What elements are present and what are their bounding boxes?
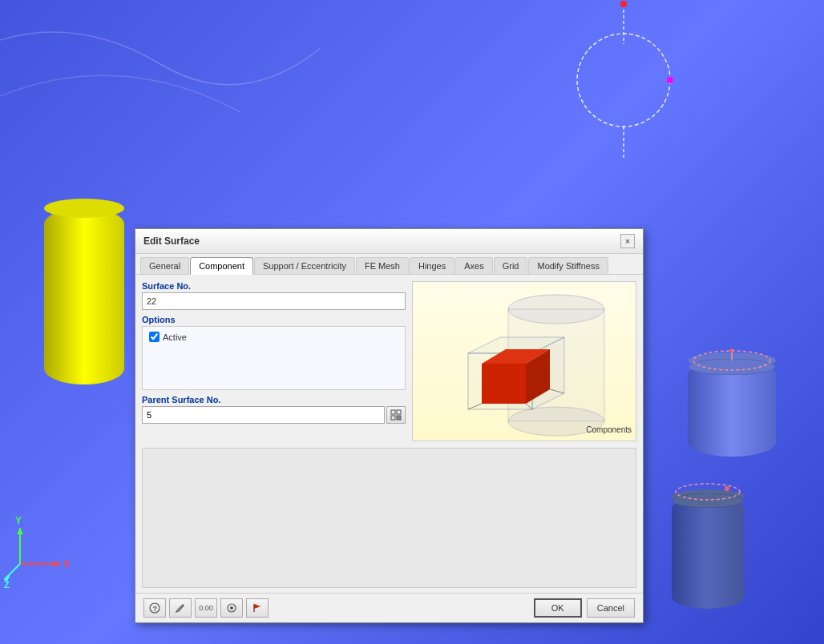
close-button[interactable]: × xyxy=(620,234,635,248)
parent-surface-input-group xyxy=(142,406,406,424)
cancel-button[interactable]: Cancel xyxy=(587,598,635,618)
tab-bar: General Component Support / Eccentricity… xyxy=(135,254,643,275)
active-checkbox-row: Active xyxy=(149,332,398,342)
components-label: Components xyxy=(586,425,632,434)
edit-icon xyxy=(175,602,186,614)
dialog-title: Edit Surface xyxy=(143,235,200,247)
title-bar[interactable]: Edit Surface × xyxy=(135,229,643,254)
tab-fe-mesh[interactable]: FE Mesh xyxy=(356,257,409,274)
parent-surface-pick-button[interactable] xyxy=(386,406,406,424)
tab-modify-stiffness[interactable]: Modify Stiffness xyxy=(528,257,608,274)
svg-point-41 xyxy=(230,606,233,610)
parent-surface-label: Parent Surface No. xyxy=(142,395,406,405)
options-box: Active xyxy=(142,326,406,390)
left-panel: Surface No. Options Active Parent Su xyxy=(142,281,406,441)
view-icon xyxy=(226,602,237,614)
svg-rect-31 xyxy=(482,364,526,404)
active-label[interactable]: Active xyxy=(163,332,187,342)
tab-support-eccentricity[interactable]: Support / Eccentricity xyxy=(254,257,355,274)
tab-component[interactable]: Component xyxy=(190,257,253,275)
dialog-body: Surface No. Options Active Parent Su xyxy=(135,275,643,448)
pick-icon xyxy=(390,409,402,421)
tab-axes[interactable]: Axes xyxy=(455,257,492,274)
edit-surface-dialog: Edit Surface × General Component Support… xyxy=(135,228,644,623)
options-section: Options Active xyxy=(142,315,406,390)
flag-icon xyxy=(252,602,263,614)
active-checkbox[interactable] xyxy=(149,332,160,342)
dialog-overlay: Edit Surface × General Component Support… xyxy=(0,0,824,644)
tab-hinges[interactable]: Hinges xyxy=(410,257,454,274)
bottom-gray-area xyxy=(142,448,636,588)
svg-rect-22 xyxy=(397,410,401,414)
svg-rect-24 xyxy=(397,416,401,420)
svg-rect-23 xyxy=(391,416,395,420)
illustration-panel: Components xyxy=(412,281,636,441)
ok-button[interactable]: OK xyxy=(534,598,582,618)
svg-rect-21 xyxy=(391,410,395,414)
footer-left-buttons: ? 0.00 xyxy=(143,598,269,618)
surface-no-label: Surface No. xyxy=(142,281,406,291)
options-label: Options xyxy=(142,315,406,324)
edit-button[interactable] xyxy=(169,598,192,618)
svg-marker-43 xyxy=(254,604,261,609)
svg-line-39 xyxy=(183,605,184,606)
help-button[interactable]: ? xyxy=(143,598,166,618)
flag-button[interactable] xyxy=(246,598,269,618)
dialog-footer: ? 0.00 xyxy=(135,593,643,622)
surface-no-section: Surface No. xyxy=(142,281,406,310)
parent-surface-section: Parent Surface No. xyxy=(142,395,406,424)
view-button[interactable] xyxy=(220,598,243,618)
tab-general[interactable]: General xyxy=(140,257,189,274)
tab-grid[interactable]: Grid xyxy=(494,257,528,274)
components-illustration xyxy=(424,285,624,437)
footer-right-buttons: OK Cancel xyxy=(534,598,635,618)
number-format-button[interactable]: 0.00 xyxy=(195,598,217,618)
surface-no-input[interactable] xyxy=(142,292,406,310)
parent-surface-input[interactable] xyxy=(142,406,385,424)
svg-text:?: ? xyxy=(153,605,158,613)
help-icon: ? xyxy=(149,602,160,614)
